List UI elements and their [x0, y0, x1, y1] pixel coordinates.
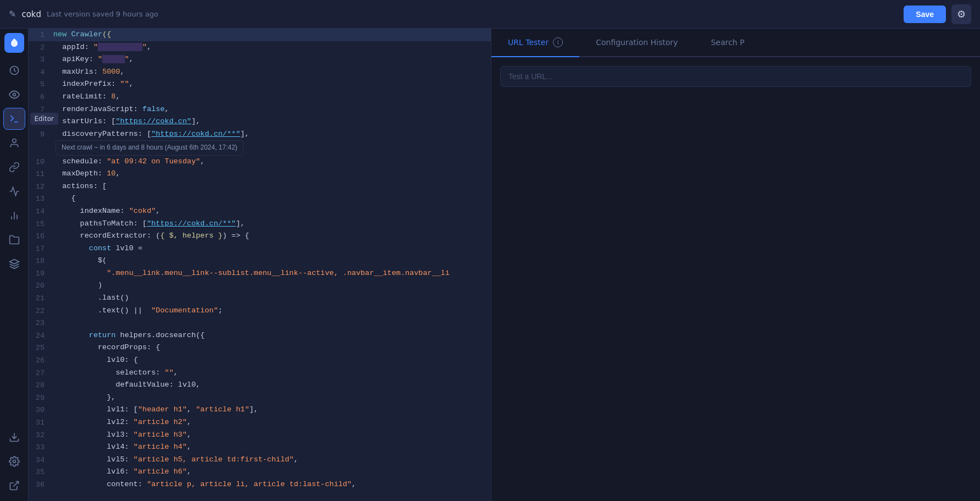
external-link-icon	[9, 480, 20, 491]
sidebar-bottom	[3, 426, 25, 497]
code-line-10: 10 schedule: "at 09:42 on Tuesday",	[29, 156, 491, 168]
code-line-22: 22 .text() || "Documentation";	[29, 305, 491, 317]
eye-icon	[9, 89, 20, 100]
tab-url-tester[interactable]: URL Tester i	[491, 29, 579, 57]
code-line-5: 5 indexPrefix: "",	[29, 78, 491, 91]
main-area: Editor	[0, 29, 980, 501]
sidebar-item-download[interactable]	[3, 426, 25, 448]
user-icon	[9, 137, 20, 148]
code-line-7: 7 renderJavaScript: false,	[29, 103, 491, 116]
clock-icon	[9, 65, 20, 76]
edit-icon: ✎	[9, 9, 16, 19]
code-line-26: 26 lvl0: {	[29, 354, 491, 367]
code-line-33: 33 lvl4: "article h4",	[29, 441, 491, 454]
code-line-19: 19 ".menu__link.menu__link--sublist.menu…	[29, 267, 491, 280]
svg-point-3	[12, 139, 16, 143]
code-line-16: 16 recordExtractor: ({ $, helpers }) => …	[29, 230, 491, 243]
save-button[interactable]: Save	[904, 5, 946, 23]
topbar-right: Save ⚙	[904, 4, 971, 24]
editor-area[interactable]: 1 new Crawler({ 2 appId: "██████████", 3…	[29, 29, 491, 501]
logo-icon	[8, 37, 20, 49]
info-icon: i	[553, 37, 563, 47]
crawl-tooltip: Next crawl ~ in 6 days and 8 hours (Augu…	[56, 140, 243, 155]
sidebar-item-clock[interactable]	[3, 59, 25, 81]
layers-icon	[9, 258, 20, 269]
sidebar-logo[interactable]	[4, 33, 24, 53]
code-line-36: 36 content: "article p, article li, arti…	[29, 478, 491, 491]
code-line-4: 4 maxUrls: 5000,	[29, 66, 491, 79]
svg-point-1	[13, 93, 15, 96]
extra-button[interactable]: ⚙	[951, 4, 971, 24]
topbar-left: ✎ cokd Last version saved 9 hours ago	[9, 9, 897, 19]
code-line-17: 17 const lvl0 =	[29, 243, 491, 255]
code-line-29: 29 },	[29, 392, 491, 404]
code-line-13: 13 {	[29, 192, 491, 205]
svg-line-10	[13, 482, 18, 487]
code-line-9: 9 discoveryPatterns: ["https://cokd.cn/*…	[29, 128, 491, 156]
sidebar-item-link[interactable]	[3, 156, 25, 178]
code-line-34: 34 lvl5: "article h5, article td:first-c…	[29, 454, 491, 466]
code-line-30: 30 lvl1: ["header h1", "article h1"],	[29, 404, 491, 416]
tab-config-history-label: Configuration History	[596, 38, 678, 47]
sidebar-item-external[interactable]	[3, 475, 25, 497]
code-line-23: 23	[29, 317, 491, 329]
sidebar-item-user[interactable]	[3, 132, 25, 154]
code-line-27: 27 selectors: "",	[29, 367, 491, 379]
svg-point-9	[13, 460, 15, 463]
code-line-20: 20 )	[29, 279, 491, 292]
code-line-35: 35 lvl6: "article h6",	[29, 466, 491, 478]
svg-marker-7	[9, 260, 19, 264]
sidebar-item-settings[interactable]	[3, 450, 25, 472]
activity-icon	[9, 186, 20, 197]
sidebar-item-layers[interactable]	[3, 253, 25, 275]
url-tester-input[interactable]	[500, 66, 971, 87]
code-line-11: 11 maxDepth: 10,	[29, 168, 491, 180]
link-icon	[9, 162, 20, 173]
tab-search-label: Search P	[711, 38, 744, 47]
panel-tabs: URL Tester i Configuration History Searc…	[491, 29, 980, 57]
chart-icon	[9, 210, 20, 221]
code-line-28: 28 defaultValue: lvl0,	[29, 379, 491, 392]
sidebar-item-editor[interactable]: Editor	[3, 108, 25, 130]
code-line-18: 18 $(	[29, 255, 491, 267]
page-title: cokd	[21, 9, 41, 19]
code-line-15: 15 pathsToMatch: ["https://cokd.cn/**"],	[29, 218, 491, 230]
code-line-21: 21 .last()	[29, 292, 491, 305]
code-line-1: 1 new Crawler({	[29, 29, 491, 41]
sidebar-item-activity[interactable]	[3, 180, 25, 202]
code-line-31: 31 lvl2: "article h2",	[29, 416, 491, 429]
sidebar-item-chart[interactable]	[3, 205, 25, 227]
folder-icon	[9, 234, 20, 245]
code-editor[interactable]: 1 new Crawler({ 2 appId: "██████████", 3…	[29, 29, 491, 501]
code-line-12: 12 actions: [	[29, 180, 491, 193]
sidebar: Editor	[0, 29, 29, 501]
code-line-2: 2 appId: "██████████",	[29, 41, 491, 54]
download-icon	[9, 432, 20, 443]
tab-config-history[interactable]: Configuration History	[579, 29, 694, 57]
code-line-32: 32 lvl3: "article h3",	[29, 429, 491, 442]
topbar: ✎ cokd Last version saved 9 hours ago Sa…	[0, 0, 980, 29]
code-line-14: 14 indexName: "cokd",	[29, 205, 491, 218]
code-line-25: 25 recordProps: {	[29, 342, 491, 354]
last-saved: Last version saved 9 hours ago	[47, 10, 158, 18]
sidebar-item-eye[interactable]	[3, 84, 25, 106]
right-panel: URL Tester i Configuration History Searc…	[491, 29, 980, 501]
sidebar-item-folder[interactable]	[3, 229, 25, 251]
code-line-6: 6 rateLimit: 8,	[29, 91, 491, 103]
panel-content	[491, 57, 980, 501]
terminal-icon	[9, 113, 20, 124]
code-line-8: 8 startUrls: ["https://cokd.cn"],	[29, 115, 491, 128]
tab-search[interactable]: Search P	[694, 29, 761, 57]
code-line-3: 3 apiKey: "████.",	[29, 53, 491, 66]
code-line-24: 24 return helpers.docsearch({	[29, 329, 491, 342]
gear-icon	[9, 456, 20, 467]
tab-url-tester-label: URL Tester	[508, 38, 549, 47]
